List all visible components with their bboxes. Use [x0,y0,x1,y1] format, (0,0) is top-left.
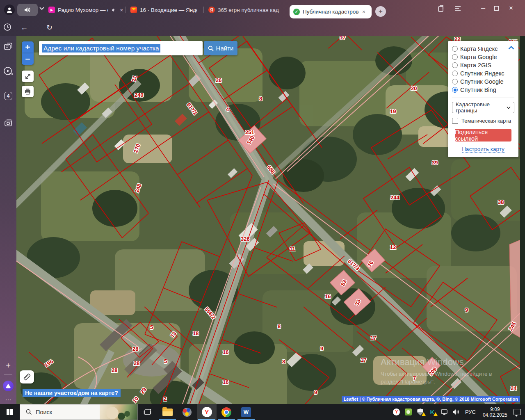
sidebar-divider [4,374,12,374]
radio-icon[interactable] [452,54,458,60]
configure-map-link[interactable]: Настроить карту [452,146,514,152]
media-player-icon[interactable] [0,66,16,76]
check-favicon: ✓ [293,9,300,15]
yandex-browser-button[interactable]: Y [197,404,217,420]
radio-favicon: ▶ [48,7,55,13]
tab-cadastral-active[interactable]: ✓ Публичная кадастрова × [290,5,372,18]
mail-favicon [130,7,137,13]
layers-panel: Карта ЯндексКарта GoogleКарта 2GISСпутни… [448,41,518,157]
expand-icon [25,73,31,80]
language-indicator[interactable]: РУС [463,409,477,415]
speaker-icon [24,7,31,13]
tray-time: 9:09 [490,406,500,412]
layer-option[interactable]: Карта Google [452,53,514,61]
new-tab-button[interactable]: + [375,6,386,17]
layer-option-label: Карта Яндекс [460,46,498,52]
map-parcel-label: 17 [361,357,366,363]
yandex-favicon: Я [208,7,215,13]
screenshot-icon[interactable] [0,118,16,127]
zoom-out-button[interactable]: − [22,53,34,65]
fullscreen-button[interactable] [22,71,34,82]
windows-logo-icon [7,409,13,415]
map-attribution[interactable]: Leaflet | © Публичная кадастровая карта,… [342,396,520,402]
tray-yandex-icon[interactable]: Y [392,409,401,415]
tray-kaspersky-icon[interactable]: K [428,409,437,415]
sidebar-more-icon[interactable]: ⋯ [0,396,16,404]
tray-agent-icon[interactable] [404,409,413,415]
find-button[interactable]: Найти [204,41,237,55]
tray-defender-icon[interactable] [416,409,425,415]
paint-app-button[interactable] [177,404,197,420]
layer-option-label: Спутник Bing [460,87,496,93]
task-view-button[interactable] [138,404,158,420]
word-button[interactable]: W [236,404,256,420]
collapse-panel-icon[interactable] [508,46,514,50]
map-canvas[interactable]: 1722115212402684617/12511402019658270248… [16,36,525,404]
radio-icon[interactable] [452,46,458,52]
radio-icon[interactable] [452,71,458,76]
tab-title: 16 · Входящие — Яндекс П [140,7,197,13]
thematic-checkbox-row[interactable]: Тематическая карта [452,118,514,124]
history-icon[interactable] [3,23,11,31]
file-explorer-button[interactable] [158,404,177,420]
minimize-button[interactable]: ─ [481,5,485,11]
tabs-counter-icon[interactable]: 4 [0,92,16,100]
map-parcel-label: 2 [164,396,167,402]
browser-volume-button[interactable] [17,4,38,16]
tab-mail[interactable]: 16 · Входящие — Яндекс П [130,4,201,16]
measure-button[interactable] [20,370,34,383]
zoom-in-button[interactable]: + [22,41,34,53]
chevron-down-icon[interactable] [39,7,44,10]
alice-assistant-icon[interactable] [0,381,16,391]
start-button[interactable] [0,404,20,420]
layer-option[interactable]: Спутник Bing [452,86,514,94]
tray-network-icon[interactable] [440,409,449,415]
close-button[interactable]: × [509,4,513,12]
maximize-button[interactable] [494,6,499,11]
tab-radio[interactable]: ▶ Радио Мухомор — с × [48,4,123,16]
search-input-value: Адрес или кадастровый номер участка [42,44,160,52]
thematic-checkbox[interactable] [452,118,458,124]
tray-volume-icon[interactable] [452,409,461,415]
layer-option[interactable]: Карта 2GIS [452,61,514,69]
share-link-button[interactable]: Поделиться ссылкой [455,129,511,142]
maximize-icon [494,6,499,11]
map-parcel-label: 20 [411,85,417,91]
map-parcel-label: 244 [390,194,399,201]
map-parcel-label: 8 [259,96,262,102]
overlay-select[interactable]: Кадастровые границы [452,102,514,113]
menu-icon[interactable] [454,6,461,11]
clock[interactable]: 9:09 04.02.2025 [480,406,510,418]
chrome-button[interactable] [217,404,236,420]
radio-icon[interactable] [452,62,458,68]
tab-title: 365 егрн публичная када [218,7,279,13]
layer-option-label: Спутник Google [460,78,503,85]
map-parcel-label: 39 [432,160,438,166]
side-panel-icon[interactable] [437,5,444,12]
layer-option[interactable]: Карта Яндекс [452,45,514,53]
radio-icon[interactable] [452,87,458,93]
search-input[interactable]: Адрес или кадастровый номер участка [39,41,203,55]
layer-option[interactable]: Спутник Google [452,78,514,86]
print-button[interactable] [22,86,34,97]
tab-close-icon[interactable]: × [120,7,123,13]
tab-close-icon[interactable]: × [362,9,365,15]
action-center-icon[interactable] [513,409,522,415]
not-found-link[interactable]: Не нашли участок/дом на карте? [23,389,121,397]
notes-icon[interactable] [0,43,16,51]
tab-egrn[interactable]: Я 365 егрн публичная када [208,4,283,16]
tray-date: 04.02.2025 [483,412,507,418]
profile-avatar[interactable] [4,5,15,15]
map-parcel-label: 5 [150,324,153,330]
taskbar-search[interactable]: Поиск [20,404,138,420]
tab-bar: ▶ Радио Мухомор — с × 16 · Входящие — Ян… [0,0,525,20]
radio-icon[interactable] [452,79,458,84]
tab-audio-icon[interactable] [112,8,116,12]
sidebar-add-icon[interactable]: + [0,361,16,370]
reload-button[interactable]: ↻ [46,23,52,32]
map-parcel-label: 9 [320,345,323,352]
layer-option-label: Карта Google [460,54,497,60]
back-button[interactable]: ← [21,23,28,32]
layer-option[interactable]: Спутник Яндекс [452,69,514,78]
panel-divider [452,98,514,98]
